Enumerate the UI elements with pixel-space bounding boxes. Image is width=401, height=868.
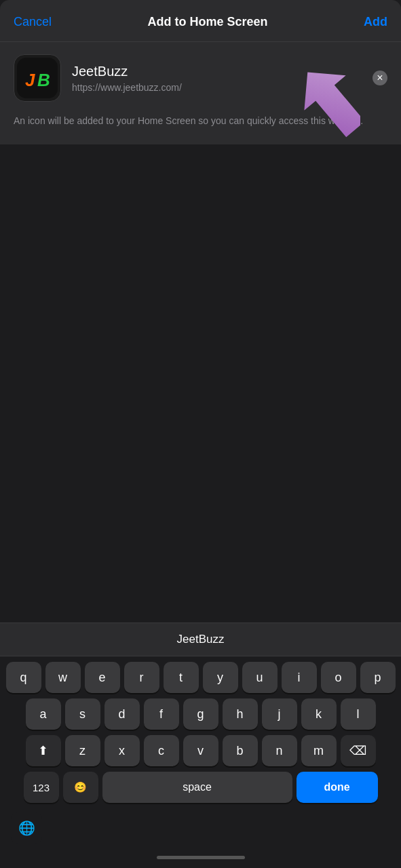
keyboard-keys: q w e r t y u i o p a s d f g h j k l ⬆ … xyxy=(0,656,401,808)
home-bar xyxy=(157,856,245,859)
key-f[interactable]: f xyxy=(144,698,179,730)
key-r[interactable]: r xyxy=(124,662,159,693)
key-i[interactable]: i xyxy=(282,662,317,693)
done-key[interactable]: done xyxy=(297,772,378,803)
key-row-2: a s d f g h j k l xyxy=(3,698,398,730)
globe-key[interactable]: 🌐 xyxy=(11,812,42,844)
keyboard-area: JeetBuzz q w e r t y u i o p a s d f g h… xyxy=(0,623,401,868)
key-a[interactable]: a xyxy=(26,698,61,730)
key-s[interactable]: s xyxy=(65,698,100,730)
key-e[interactable]: e xyxy=(85,662,120,693)
svg-text:B: B xyxy=(37,70,50,90)
home-indicator xyxy=(0,846,401,868)
key-q[interactable]: q xyxy=(6,662,41,693)
clear-input-button[interactable] xyxy=(373,71,387,85)
space-key[interactable]: space xyxy=(102,772,292,803)
backspace-key[interactable]: ⌫ xyxy=(341,735,376,766)
key-j[interactable]: j xyxy=(262,698,297,730)
background-fill xyxy=(0,144,401,409)
key-row-4: 123 😊 space done xyxy=(3,772,398,803)
key-u[interactable]: u xyxy=(242,662,278,693)
key-p[interactable]: p xyxy=(360,662,396,693)
key-g[interactable]: g xyxy=(183,698,218,730)
svg-text:J: J xyxy=(25,70,35,90)
modal-container: Cancel Add to Home Screen Add J B https:… xyxy=(0,0,401,144)
key-m[interactable]: m xyxy=(301,735,337,766)
key-n[interactable]: n xyxy=(262,735,297,766)
svg-marker-3 xyxy=(292,68,360,142)
predictive-word[interactable]: JeetBuzz xyxy=(0,630,401,649)
modal-header: Cancel Add to Home Screen Add xyxy=(0,0,401,42)
key-row-3: ⬆ z x c v b n m ⌫ xyxy=(3,735,398,766)
key-w[interactable]: w xyxy=(45,662,81,693)
emoji-key[interactable]: 😊 xyxy=(63,772,98,803)
cancel-button[interactable]: Cancel xyxy=(14,15,52,29)
key-o[interactable]: o xyxy=(321,662,356,693)
globe-row: 🌐 xyxy=(0,808,401,846)
key-t[interactable]: t xyxy=(164,662,199,693)
key-x[interactable]: x xyxy=(104,735,140,766)
dialog-title: Add to Home Screen xyxy=(52,15,364,29)
shift-key[interactable]: ⬆ xyxy=(26,735,61,766)
arrow-decoration xyxy=(292,68,360,145)
key-row-1: q w e r t y u i o p xyxy=(3,662,398,693)
key-v[interactable]: v xyxy=(183,735,218,766)
key-h[interactable]: h xyxy=(223,698,258,730)
key-k[interactable]: k xyxy=(301,698,337,730)
add-button[interactable]: Add xyxy=(364,15,387,29)
app-icon: J B xyxy=(14,54,61,102)
num-key[interactable]: 123 xyxy=(24,772,59,803)
key-b[interactable]: b xyxy=(223,735,258,766)
key-l[interactable]: l xyxy=(341,698,376,730)
key-c[interactable]: c xyxy=(144,735,179,766)
predictive-bar: JeetBuzz xyxy=(0,623,401,656)
key-z[interactable]: z xyxy=(65,735,100,766)
key-y[interactable]: y xyxy=(203,662,238,693)
key-d[interactable]: d xyxy=(104,698,140,730)
